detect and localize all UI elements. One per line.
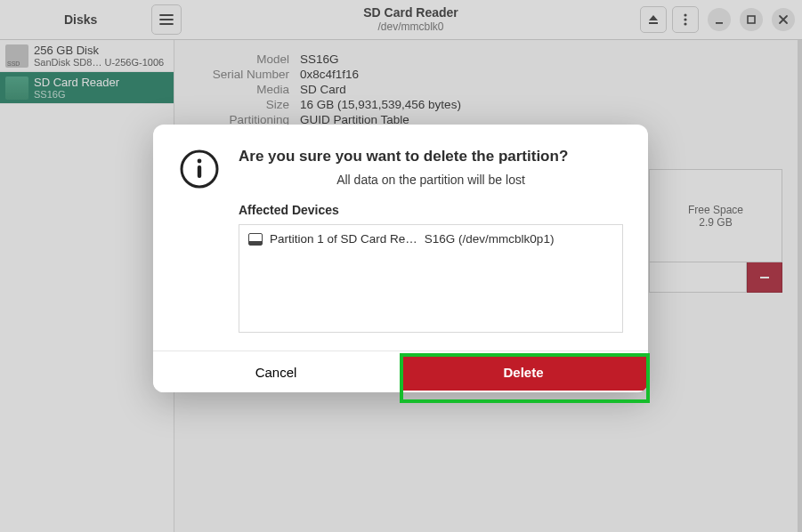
affected-device-row: Partition 1 of SD Card Re… S16G (/dev/mm… <box>248 232 613 246</box>
delete-button[interactable]: Delete <box>401 353 646 391</box>
affected-devices-box: Partition 1 of SD Card Re… S16G (/dev/mm… <box>239 224 623 333</box>
cancel-button[interactable]: Cancel <box>153 351 399 392</box>
info-icon <box>178 148 221 190</box>
dialog-title: Are you sure you want to delete the part… <box>239 148 623 165</box>
svg-rect-8 <box>198 165 201 178</box>
dialog-body: Are you sure you want to delete the part… <box>153 125 648 351</box>
delete-partition-dialog: Are you sure you want to delete the part… <box>153 125 648 392</box>
dialog-text: Are you sure you want to delete the part… <box>239 148 623 333</box>
dialog-subtitle: All data on the partition will be lost <box>239 173 623 187</box>
drive-icon <box>248 233 263 246</box>
affected-devices-label: Affected Devices <box>239 203 623 217</box>
affected-device-name: Partition 1 of SD Card Re… <box>270 232 417 246</box>
svg-point-7 <box>198 159 202 164</box>
dialog-actions: Cancel Delete <box>153 351 648 392</box>
affected-device-info: S16G (/dev/mmcblk0p1) <box>425 232 555 246</box>
